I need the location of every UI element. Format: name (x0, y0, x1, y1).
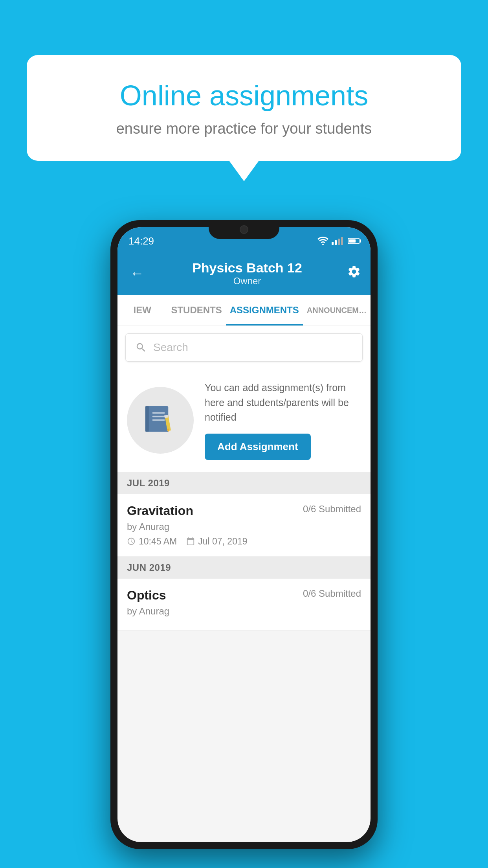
assignment-name: Gravitation (127, 504, 193, 518)
phone-container: 14:29 (110, 220, 378, 849)
app-bar-main-title: Physics Batch 12 (154, 260, 341, 276)
status-time: 14:29 (128, 235, 154, 247)
svg-rect-1 (145, 406, 149, 432)
speech-bubble-title: Online assignments (54, 79, 434, 112)
assignment-date-value: Jul 07, 2019 (198, 536, 247, 547)
assignment-info: You can add assignment(s) from here and … (205, 381, 361, 460)
assignment-optics-submitted: 0/6 Submitted (303, 588, 361, 599)
settings-icon[interactable] (347, 265, 361, 282)
back-button[interactable]: ← (127, 262, 147, 285)
tab-announcements[interactable]: ANNOUNCEM… (303, 295, 371, 326)
svg-rect-4 (152, 419, 165, 421)
assignment-description: You can add assignment(s) from here and … (205, 381, 361, 425)
assignment-item-optics[interactable]: Optics 0/6 Submitted by Anurag (117, 579, 371, 631)
svg-rect-0 (147, 406, 168, 432)
empty-assignment-area: You can add assignment(s) from here and … (117, 369, 371, 472)
tab-iew[interactable]: IEW (117, 295, 167, 326)
search-icon (135, 342, 147, 353)
tabs-container: IEW STUDENTS ASSIGNMENTS ANNOUNCEM… (117, 295, 371, 326)
tab-students[interactable]: STUDENTS (167, 295, 226, 326)
speech-bubble: Online assignments ensure more practice … (27, 55, 461, 161)
calendar-icon (186, 537, 195, 546)
search-bar[interactable]: Search (125, 333, 363, 362)
svg-rect-2 (152, 412, 165, 414)
section-header-jun: JUN 2019 (117, 557, 371, 579)
assignment-date: Jul 07, 2019 (186, 536, 247, 547)
speech-bubble-container: Online assignments ensure more practice … (27, 55, 461, 161)
wifi-icon (317, 237, 328, 245)
section-header-jul: JUL 2019 (117, 472, 371, 494)
clock-icon (127, 537, 136, 546)
app-bar-subtitle: Owner (154, 276, 341, 287)
assignment-item-optics-header: Optics 0/6 Submitted (127, 588, 361, 603)
assignment-optics-name: Optics (127, 588, 166, 603)
tab-assignments[interactable]: ASSIGNMENTS (226, 295, 303, 326)
add-assignment-button[interactable]: Add Assignment (205, 434, 311, 460)
assignment-by: by Anurag (127, 521, 361, 532)
assignment-time: 10:45 AM (127, 536, 177, 547)
notebook-icon-circle (127, 387, 194, 454)
phone-screen: 14:29 (117, 227, 371, 842)
signal-icon (332, 237, 343, 245)
phone-camera (240, 225, 248, 234)
assignment-submitted: 0/6 Submitted (303, 504, 361, 515)
phone-notch (209, 220, 279, 239)
search-placeholder: Search (153, 341, 188, 354)
speech-bubble-subtitle: ensure more practice for your students (54, 120, 434, 137)
assignment-optics-by: by Anurag (127, 606, 361, 617)
svg-rect-3 (152, 416, 165, 417)
battery-icon (348, 238, 360, 244)
assignment-time-value: 10:45 AM (139, 536, 177, 547)
assignment-item-header: Gravitation 0/6 Submitted (127, 504, 361, 518)
notebook-icon (143, 403, 178, 438)
search-container: Search (117, 326, 371, 369)
status-icons (317, 237, 360, 245)
assignment-meta: 10:45 AM Jul 07, 2019 (127, 536, 361, 547)
app-bar-title-container: Physics Batch 12 Owner (154, 260, 341, 287)
assignment-item-gravitation[interactable]: Gravitation 0/6 Submitted by Anurag 10:4… (117, 494, 371, 557)
app-bar: ← Physics Batch 12 Owner (117, 252, 371, 295)
phone-frame: 14:29 (110, 220, 378, 849)
